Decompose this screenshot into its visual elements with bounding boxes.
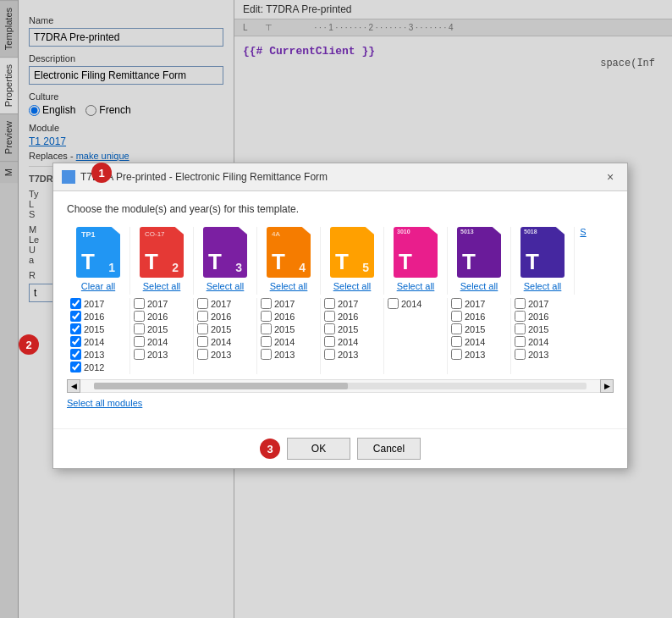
- t5013-years: 2017 2016 2015 2014 2013: [448, 298, 511, 374]
- t3-year-2016[interactable]: 2016: [197, 311, 253, 322]
- tp1-year-2017[interactable]: 2017: [70, 298, 126, 309]
- module-t2: CO-17 T 2 Select all: [130, 227, 194, 295]
- tp1-year-2014[interactable]: 2014: [70, 336, 126, 347]
- t5013-year-2016[interactable]: 2016: [451, 311, 507, 322]
- t2-year-2013[interactable]: 2013: [134, 349, 190, 360]
- t5013-year-2015[interactable]: 2015: [451, 323, 507, 334]
- t5013-year-2013[interactable]: 2013: [451, 349, 507, 360]
- t3-year-2013[interactable]: 2013: [197, 349, 253, 360]
- scroll-left-btn[interactable]: ◀: [67, 379, 80, 393]
- t2-year-2015[interactable]: 2015: [134, 323, 190, 334]
- dialog-instruction: Choose the module(s) and year(s) for thi…: [67, 203, 614, 215]
- t5-year-2015[interactable]: 2015: [324, 323, 380, 334]
- tp1-year-2016[interactable]: 2016: [70, 311, 126, 322]
- module-t4: 4A T 4 Select all: [257, 227, 321, 295]
- module-icon-t3: T 3: [203, 227, 247, 278]
- scroll-right-btn[interactable]: ▶: [600, 379, 614, 393]
- t5018-year-2015[interactable]: 2015: [515, 323, 571, 334]
- module-t5013: 5013 T Select all: [448, 227, 511, 295]
- t4-select-all[interactable]: Select all: [270, 281, 308, 291]
- tp1-clear-all[interactable]: Clear all: [81, 281, 115, 291]
- tp1-year-2015[interactable]: 2015: [70, 323, 126, 334]
- t4-year-2013[interactable]: 2013: [261, 349, 317, 360]
- t5013-year-2014[interactable]: 2014: [451, 336, 507, 347]
- module-t5: T 5 Select all: [321, 227, 384, 295]
- dialog-title-icon: [62, 170, 75, 184]
- dialog-close-button[interactable]: ×: [602, 168, 619, 185]
- years-section: 2017 2016 2015 2014 2013 2012 2017 2016 …: [67, 298, 614, 374]
- tp1-year-2012[interactable]: 2012: [70, 361, 126, 372]
- scroll-thumb[interactable]: [94, 383, 348, 389]
- t2-years: 2017 2016 2015 2014 2013: [130, 298, 194, 374]
- t3-year-2014[interactable]: 2014: [197, 336, 253, 347]
- t5013-year-2017[interactable]: 2017: [451, 298, 507, 309]
- t4-year-2017[interactable]: 2017: [261, 298, 317, 309]
- t4-year-2014[interactable]: 2014: [261, 336, 317, 347]
- module-icon-t4: 4A T 4: [267, 227, 311, 278]
- t5018-years: 2017 2016 2015 2014 2013: [511, 298, 575, 374]
- t2-year-2016[interactable]: 2016: [134, 311, 190, 322]
- t5013-select-all[interactable]: Select all: [460, 281, 498, 291]
- module-icon-t3010: 3010 T: [394, 227, 438, 278]
- module-icon-t5: T 5: [330, 227, 374, 278]
- tp1-year-2013[interactable]: 2013: [70, 349, 126, 360]
- dialog-footer: 3 OK Cancel: [53, 428, 627, 468]
- t5018-year-2013[interactable]: 2013: [515, 349, 571, 360]
- t5-select-all[interactable]: Select all: [333, 281, 372, 291]
- dialog-overlay: T7DRA Pre-printed - Electronic Filing Re…: [0, 0, 672, 618]
- module-dialog: T7DRA Pre-printed - Electronic Filing Re…: [52, 163, 628, 469]
- step3-badge: 3: [260, 439, 280, 459]
- t3010-select-all[interactable]: Select all: [397, 281, 435, 291]
- t5018-year-2016[interactable]: 2016: [515, 311, 571, 322]
- t5-year-2016[interactable]: 2016: [324, 311, 380, 322]
- module-t3: T 3 Select all: [194, 227, 257, 295]
- t3-select-all[interactable]: Select all: [207, 281, 245, 291]
- cancel-button[interactable]: Cancel: [357, 438, 421, 460]
- t3-year-2015[interactable]: 2015: [197, 323, 253, 334]
- horizontal-scrollbar[interactable]: ◀ ▶: [67, 379, 614, 393]
- t3010-years: 2014: [384, 298, 448, 374]
- module-tp1: TP1 T 1 Clear all: [67, 227, 130, 295]
- t2-select-all[interactable]: Select all: [143, 281, 181, 291]
- select-all-modules-link[interactable]: Select all modules: [67, 398, 614, 408]
- t5-year-2013[interactable]: 2013: [324, 349, 380, 360]
- t5018-year-2017[interactable]: 2017: [515, 298, 571, 309]
- dialog-title-bar: T7DRA Pre-printed - Electronic Filing Re…: [53, 163, 627, 191]
- module-t5018: 5018 T Select all: [511, 227, 575, 295]
- t5-years: 2017 2016 2015 2014 2013: [321, 298, 384, 374]
- module-icon-tp1: TP1 T 1: [76, 227, 120, 278]
- dialog-body: Choose the module(s) and year(s) for thi…: [53, 191, 627, 428]
- t5-year-2017[interactable]: 2017: [324, 298, 380, 309]
- module-t3010: 3010 T Select all: [384, 227, 448, 295]
- modules-icons-row: TP1 T 1 Clear all CO-17: [67, 227, 614, 295]
- t5-year-2014[interactable]: 2014: [324, 336, 380, 347]
- t5018-year-2014[interactable]: 2014: [515, 336, 571, 347]
- t2-year-2017[interactable]: 2017: [134, 298, 190, 309]
- module-icon-t5013: 5013 T: [457, 227, 501, 278]
- step2-badge: 2: [19, 334, 39, 355]
- t5018-select-all[interactable]: Select all: [524, 281, 562, 291]
- module-icon-t5018: 5018 T: [521, 227, 565, 278]
- dialog-title-text: T7DRA Pre-printed - Electronic Filing Re…: [80, 171, 602, 183]
- t3-years: 2017 2016 2015 2014 2013: [194, 298, 257, 374]
- t4-years: 2017 2016 2015 2014 2013: [257, 298, 321, 374]
- t4-year-2016[interactable]: 2016: [261, 311, 317, 322]
- module-icon-t2: CO-17 T 2: [140, 227, 184, 278]
- scroll-track: [94, 383, 587, 389]
- tp1-years: 2017 2016 2015 2014 2013 2012: [67, 298, 130, 374]
- extra-select-all[interactable]: S: [580, 227, 586, 237]
- t3-year-2017[interactable]: 2017: [197, 298, 253, 309]
- t3010-year-2014[interactable]: 2014: [388, 298, 443, 309]
- ok-button[interactable]: OK: [287, 438, 350, 460]
- step1-badge: 1: [91, 163, 112, 183]
- t4-year-2015[interactable]: 2015: [261, 323, 317, 334]
- app-container: Templates Properties Preview M Name Desc…: [0, 0, 672, 618]
- t2-year-2014[interactable]: 2014: [134, 336, 190, 347]
- module-extra: S: [575, 227, 592, 295]
